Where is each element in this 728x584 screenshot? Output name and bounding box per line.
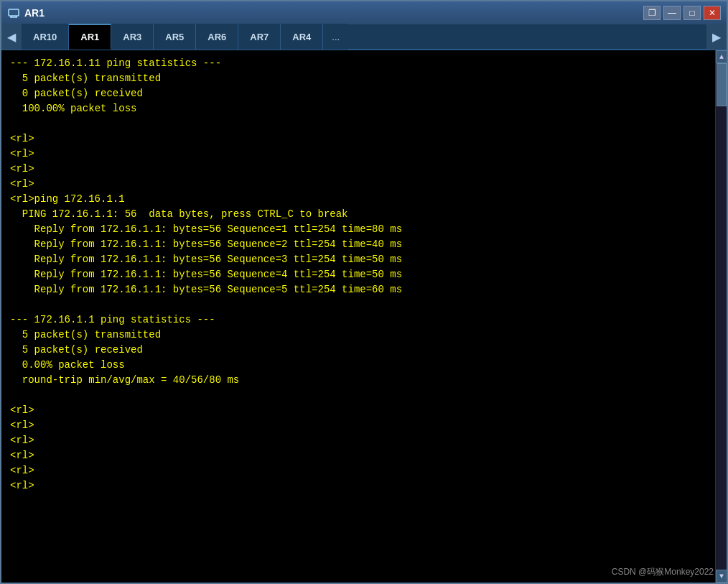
- minimize-button[interactable]: —: [663, 6, 681, 20]
- scrollbar-thumb[interactable]: [717, 63, 727, 106]
- tab-more[interactable]: ...: [323, 24, 348, 50]
- close-button[interactable]: ✕: [704, 6, 721, 20]
- tab-AR3[interactable]: AR3: [111, 24, 154, 50]
- scrollbar-track: [716, 63, 727, 570]
- app-icon: [7, 6, 20, 19]
- restore-button[interactable]: ❐: [643, 6, 661, 20]
- watermark: CSDN @码猴Monkey2022: [612, 566, 714, 578]
- tab-AR7[interactable]: AR7: [238, 24, 281, 50]
- tab-next-button[interactable]: ▶: [706, 24, 727, 50]
- window-controls: ❐ — □ ✕: [643, 6, 721, 20]
- scrollbar-down-button[interactable]: ▼: [716, 570, 727, 583]
- scrollbar-up-button[interactable]: ▲: [716, 50, 727, 63]
- tab-AR10[interactable]: AR10: [22, 24, 69, 50]
- tab-AR6[interactable]: AR6: [196, 24, 238, 50]
- content-area: --- 172.16.1.11 ping statistics --- 5 pa…: [1, 50, 727, 583]
- svg-rect-0: [9, 9, 19, 16]
- terminal-text: --- 172.16.1.11 ping statistics --- 5 pa…: [10, 56, 706, 493]
- maximize-button[interactable]: □: [683, 6, 701, 20]
- terminal-output[interactable]: --- 172.16.1.11 ping statistics --- 5 pa…: [1, 50, 715, 583]
- window-title: AR1: [24, 7, 643, 19]
- tab-AR1[interactable]: AR1: [69, 24, 111, 50]
- tab-bar: ◀ AR10 AR1 AR3 AR5 AR6 AR7 AR4: [1, 24, 727, 50]
- tab-prev-button[interactable]: ◀: [1, 24, 22, 50]
- title-bar: AR1 ❐ — □ ✕: [1, 1, 727, 24]
- tabs-container: AR10 AR1 AR3 AR5 AR6 AR7 AR4 ...: [22, 24, 706, 50]
- main-window: AR1 ❐ — □ ✕ ◀ AR10 AR1 AR3 AR5 AR6: [0, 0, 728, 584]
- tab-AR4[interactable]: AR4: [281, 24, 323, 50]
- scrollbar: ▲ ▼: [715, 50, 727, 583]
- tab-AR5[interactable]: AR5: [154, 24, 196, 50]
